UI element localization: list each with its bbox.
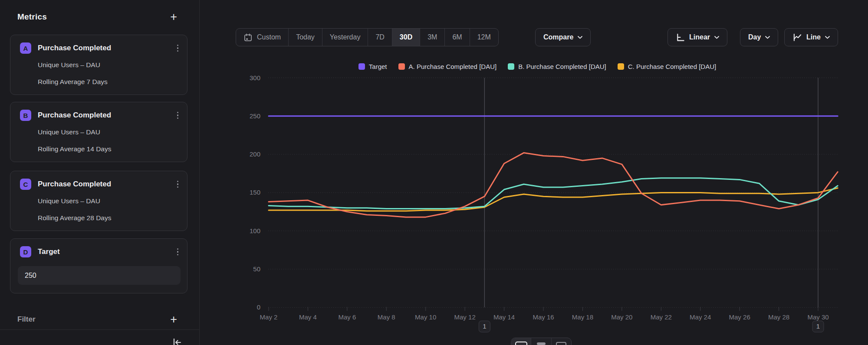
y-axis-label: 100 bbox=[250, 227, 260, 234]
sidebar-footer-divider bbox=[0, 329, 199, 330]
x-axis-label: May 16 bbox=[533, 313, 554, 321]
range-yesterday[interactable]: Yesterday bbox=[322, 29, 368, 46]
metric-badge-c: C bbox=[20, 179, 31, 190]
series-line-a-purchase-completed bbox=[269, 153, 838, 217]
line-chart-icon bbox=[792, 33, 802, 42]
y-axis-label: 150 bbox=[250, 189, 260, 196]
target-card[interactable]: D Target bbox=[10, 238, 187, 293]
add-metric-icon[interactable]: + bbox=[170, 11, 177, 23]
chart-view-icon bbox=[515, 342, 527, 345]
metric-card-a[interactable]: A Purchase Completed Unique Users – DAU … bbox=[10, 35, 187, 95]
metric-badge-a: A bbox=[20, 42, 31, 54]
metric-measure: Unique Users – DAU bbox=[38, 61, 100, 69]
range-custom[interactable]: Custom bbox=[236, 29, 288, 46]
range-6m[interactable]: 6M bbox=[444, 29, 469, 46]
kebab-menu-icon[interactable] bbox=[175, 110, 181, 121]
granularity-button[interactable]: Day bbox=[740, 28, 778, 46]
card-view-icon bbox=[556, 342, 566, 345]
view-card-button[interactable] bbox=[551, 338, 571, 345]
x-axis-label: May 30 bbox=[807, 313, 829, 321]
annotation-badge[interactable] bbox=[479, 321, 490, 332]
kebab-menu-icon[interactable] bbox=[175, 247, 181, 257]
x-axis-label: May 20 bbox=[611, 313, 632, 321]
legend-item-c[interactable]: C. Purchase Completed [DAU] bbox=[618, 63, 716, 70]
metric-badge-d: D bbox=[20, 246, 31, 257]
chevron-down-icon bbox=[714, 36, 719, 39]
chevron-down-icon bbox=[825, 36, 830, 39]
x-axis-label: May 18 bbox=[572, 313, 593, 321]
legend-item-b[interactable]: B. Purchase Completed [DAU] bbox=[508, 63, 606, 70]
x-axis-label: May 26 bbox=[729, 313, 750, 321]
linear-scale-icon bbox=[676, 33, 685, 42]
metrics-title: Metrics bbox=[17, 12, 47, 22]
x-axis-label: May 4 bbox=[299, 313, 317, 321]
x-axis-label: May 2 bbox=[260, 313, 278, 321]
x-axis-label: May 6 bbox=[338, 313, 356, 321]
range-12m[interactable]: 12M bbox=[470, 29, 498, 46]
legend-swatch bbox=[508, 63, 514, 70]
chart-legend: Target A. Purchase Completed [DAU] B. Pu… bbox=[268, 63, 806, 70]
kebab-menu-icon[interactable] bbox=[175, 43, 181, 54]
series-line-b-purchase-completed bbox=[269, 178, 838, 209]
add-filter-icon[interactable]: + bbox=[170, 314, 177, 325]
scale-button[interactable]: Linear bbox=[667, 28, 727, 46]
metric-title: Target bbox=[38, 247, 60, 256]
y-axis-label: 50 bbox=[253, 265, 260, 273]
metric-card-c[interactable]: C Purchase Completed Unique Users – DAU … bbox=[10, 171, 187, 231]
y-axis-label: 0 bbox=[257, 303, 260, 311]
metric-measure: Unique Users – DAU bbox=[38, 197, 100, 205]
legend-item-a[interactable]: A. Purchase Completed [DAU] bbox=[398, 63, 497, 70]
annotation-badge[interactable] bbox=[812, 321, 824, 332]
metric-transform: Rolling Average 7 Days bbox=[38, 78, 108, 86]
target-value-input[interactable] bbox=[18, 266, 181, 285]
range-30d[interactable]: 30D bbox=[392, 29, 420, 46]
sidebar-divider bbox=[199, 0, 200, 345]
y-axis-label: 200 bbox=[250, 150, 260, 158]
x-axis-label: May 10 bbox=[415, 313, 436, 321]
y-axis-label: 250 bbox=[250, 112, 260, 120]
legend-swatch bbox=[618, 63, 624, 70]
range-7d[interactable]: 7D bbox=[368, 29, 391, 46]
metrics-sidebar: Metrics + A Purchase Completed Unique Us… bbox=[0, 0, 199, 345]
chart-type-button[interactable]: Line bbox=[784, 28, 838, 46]
metric-title: Purchase Completed bbox=[38, 180, 111, 189]
filter-title: Filter bbox=[17, 315, 36, 324]
metric-title: Purchase Completed bbox=[38, 44, 111, 52]
metric-transform: Rolling Average 28 Days bbox=[38, 214, 111, 222]
collapse-sidebar-icon[interactable] bbox=[171, 336, 183, 345]
table-view-icon bbox=[537, 342, 546, 345]
filter-section-header: Filter + bbox=[17, 313, 177, 326]
date-range-picker: Custom Today Yesterday 7D 30D 3M 6M 12M bbox=[236, 28, 499, 46]
x-axis-label: May 24 bbox=[690, 313, 711, 321]
compare-button[interactable]: Compare bbox=[535, 28, 591, 46]
view-chart-button[interactable] bbox=[511, 338, 531, 345]
range-3m[interactable]: 3M bbox=[420, 29, 444, 46]
x-axis-label: May 28 bbox=[768, 313, 789, 321]
x-axis-label: May 8 bbox=[378, 313, 395, 321]
view-toggle bbox=[511, 338, 572, 345]
view-table-button[interactable] bbox=[531, 338, 551, 345]
metric-transform: Rolling Average 14 Days bbox=[38, 145, 111, 153]
kebab-menu-icon[interactable] bbox=[175, 179, 181, 190]
legend-item-target[interactable]: Target bbox=[358, 63, 387, 70]
x-axis-label: May 14 bbox=[493, 313, 515, 321]
legend-swatch bbox=[358, 63, 365, 70]
metric-badge-b: B bbox=[20, 110, 31, 121]
calendar-icon bbox=[243, 33, 253, 42]
metric-title: Purchase Completed bbox=[38, 111, 111, 120]
legend-swatch bbox=[398, 63, 405, 70]
chevron-down-icon bbox=[765, 36, 770, 39]
series-line-c-purchase-completed bbox=[269, 188, 838, 211]
x-axis-label: May 22 bbox=[651, 313, 672, 321]
range-today[interactable]: Today bbox=[288, 29, 322, 46]
chevron-down-icon bbox=[578, 36, 582, 39]
metric-card-b[interactable]: B Purchase Completed Unique Users – DAU … bbox=[10, 102, 187, 162]
x-axis-label: May 12 bbox=[454, 313, 476, 321]
metric-measure: Unique Users – DAU bbox=[38, 128, 100, 136]
metrics-header: Metrics + bbox=[17, 10, 177, 23]
y-axis-label: 300 bbox=[250, 74, 260, 81]
